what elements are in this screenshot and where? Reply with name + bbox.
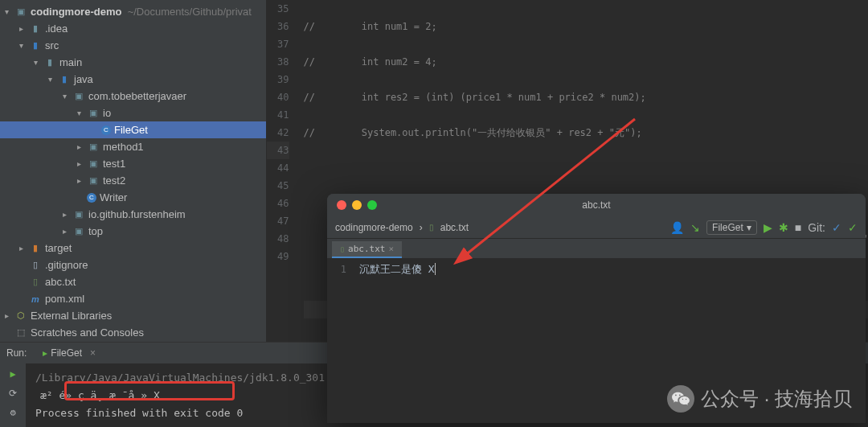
breadcrumb-file[interactable]: abc.txt — [440, 222, 469, 233]
chevron-down-icon: ▾ — [77, 109, 87, 117]
breadcrumb-project[interactable]: codingmore-demo — [335, 222, 413, 233]
tree-class-writer[interactable]: CWriter — [0, 189, 266, 206]
chevron-right-icon: ▸ — [77, 176, 87, 185]
class-icon: C — [101, 125, 111, 135]
project-name: codingmore-demo — [31, 6, 121, 18]
package-icon: ▣ — [87, 141, 100, 154]
folder-icon: ▮ — [29, 39, 42, 52]
folder-icon: ▮ — [29, 23, 42, 35]
chevron-right-icon: ▸ — [77, 142, 87, 151]
editor-gutter: 353637383940414243444546474849 — [267, 0, 296, 265]
popup-titlebar[interactable]: abc.txt — [327, 194, 866, 216]
folder-icon: ▮ — [29, 242, 42, 255]
git-update-icon[interactable]: ✓ — [832, 221, 841, 234]
text-file-icon: ▯ — [29, 276, 42, 289]
chevron-right-icon: ▸ — [63, 227, 72, 236]
tree-folder-java[interactable]: ▾▮java — [0, 71, 266, 88]
tree-package[interactable]: ▾▣com.tobebetterjavaer — [0, 88, 266, 105]
tree-file-pomxml[interactable]: mpom.xml — [0, 290, 266, 307]
tree-file-gitignore[interactable]: ▯.gitignore — [0, 257, 266, 273]
chevron-down-icon: ▾ — [48, 75, 58, 84]
watermark: 公众号 · 技海拾贝 — [667, 385, 852, 413]
scratches-icon: ⬚ — [14, 326, 27, 339]
chevron-down-icon: ▾ — [63, 92, 72, 101]
tree-package-method1[interactable]: ▸▣method1 — [0, 138, 266, 155]
text-cursor — [435, 263, 442, 275]
chevron-down-icon: ▾ — [19, 41, 29, 50]
tree-folder-target[interactable]: ▸▮target — [0, 240, 266, 257]
text-file-icon: ▯ — [429, 223, 434, 232]
stop-icon[interactable]: ■ — [795, 221, 801, 234]
hammer-icon[interactable]: ↘ — [690, 221, 700, 234]
tree-package-iogithub[interactable]: ▸▣io.github.furstenheim — [0, 206, 266, 223]
run-icon[interactable]: ▶ — [764, 221, 772, 234]
tree-file-abctxt[interactable]: ▯abc.txt — [0, 273, 266, 290]
close-window-icon[interactable] — [337, 200, 346, 210]
chevron-down-icon: ▾ — [747, 222, 751, 233]
minimize-window-icon[interactable] — [352, 200, 362, 210]
watermark-text: 公众号 · 技海拾贝 — [701, 386, 852, 412]
chevron-right-icon: ▸ — [77, 159, 87, 168]
package-icon: ▣ — [87, 174, 100, 187]
popup-editor-tabs: ▯abc.txt × — [327, 239, 866, 258]
folder-icon: ▮ — [43, 56, 56, 69]
chevron-right-icon: ▸ — [19, 24, 29, 33]
package-icon: ▣ — [72, 225, 85, 238]
annotation-highlight-box — [64, 381, 235, 400]
run-gutter: ▶ ⟳ ⚙ — [0, 363, 26, 427]
user-icon[interactable]: 👤 — [670, 221, 684, 234]
project-path: ~/Documents/Github/privat — [121, 6, 252, 18]
chevron-right-icon: › — [420, 222, 423, 233]
folder-icon: ▮ — [58, 73, 71, 86]
text-file-icon: ▯ — [340, 244, 345, 253]
tree-project-root[interactable]: ▾ ▣ codingmore-demo ~/Documents/Github/p… — [0, 3, 266, 20]
project-sidebar[interactable]: ▾ ▣ codingmore-demo ~/Documents/Github/p… — [0, 0, 267, 342]
close-icon[interactable]: × — [90, 347, 96, 359]
tree-class-fileget[interactable]: CFileGet — [0, 121, 266, 138]
tree-folder-main[interactable]: ▾▮main — [0, 54, 266, 71]
package-icon: ▣ — [72, 208, 85, 221]
tree-folder-src[interactable]: ▾▮src — [0, 37, 266, 54]
run-tab[interactable]: ▸FileGet× — [35, 345, 104, 361]
library-icon: ⬡ — [14, 310, 27, 322]
package-icon: ▣ — [87, 158, 100, 170]
tree-scratches[interactable]: ⬚Scratches and Consoles — [0, 324, 266, 341]
chevron-down-icon: ▾ — [5, 7, 14, 16]
tree-folder-idea[interactable]: ▸▮.idea — [0, 20, 266, 37]
run-config-dropdown[interactable]: FileGet ▾ — [706, 220, 757, 235]
play-icon: ▸ — [43, 347, 47, 359]
chevron-down-icon: ▾ — [34, 58, 43, 67]
close-icon[interactable]: × — [388, 244, 394, 254]
chevron-right-icon: ▸ — [5, 311, 14, 320]
window-controls[interactable] — [337, 200, 377, 210]
tree-package-test2[interactable]: ▸▣test2 — [0, 172, 266, 189]
rerun-icon[interactable]: ▶ — [10, 368, 15, 380]
tree-package-io[interactable]: ▾▣io — [0, 105, 266, 121]
debug-icon[interactable]: ✱ — [779, 221, 788, 234]
tree-external-libraries[interactable]: ▸⬡External Libraries — [0, 307, 266, 324]
popup-title: abc.txt — [582, 199, 610, 211]
tree-package-top[interactable]: ▸▣top — [0, 223, 266, 240]
package-icon: ▣ — [72, 90, 85, 103]
popup-gutter: 1 — [327, 258, 351, 423]
stop-icon[interactable]: ⟳ — [9, 388, 17, 399]
chevron-right-icon: ▸ — [19, 244, 29, 253]
file-icon: ▯ — [29, 259, 42, 272]
chevron-right-icon: ▸ — [63, 210, 72, 219]
wechat-icon — [667, 385, 694, 413]
package-icon: ▣ — [87, 107, 100, 120]
popup-toolbar: codingmore-demo › ▯ abc.txt 👤 ↘ FileGet … — [327, 216, 866, 239]
run-label: Run: — [6, 347, 27, 359]
maven-icon: m — [29, 293, 42, 306]
tree-package-test1[interactable]: ▸▣test1 — [0, 155, 266, 172]
git-label: Git: — [808, 221, 825, 234]
git-commit-icon[interactable]: ✓ — [848, 221, 858, 234]
project-icon: ▣ — [14, 6, 27, 18]
settings-icon[interactable]: ⚙ — [10, 407, 15, 418]
maximize-window-icon[interactable] — [367, 200, 377, 210]
class-icon: C — [87, 193, 96, 203]
popup-tab-abctxt[interactable]: ▯abc.txt × — [332, 241, 402, 258]
